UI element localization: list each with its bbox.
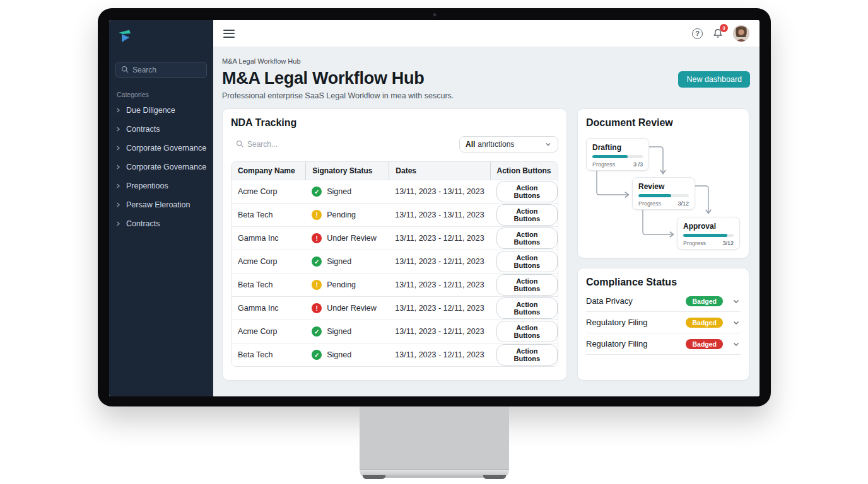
page: Categories Due Diligence Contracts Corpo… (0, 0, 868, 484)
status-badge: Badged (686, 296, 723, 306)
dates-cell: 13/11, 2023 - 12/11, 2023 (389, 343, 490, 366)
monitor-stand (360, 406, 509, 469)
sidebar-item-label: Due Diligence (126, 106, 175, 115)
status-label: Signed (327, 327, 351, 336)
sidebar: Categories Due Diligence Contracts Corpo… (109, 20, 213, 396)
monitor-stand-base (360, 469, 509, 478)
flow-node-review[interactable]: Review Progress3/12 (632, 177, 695, 210)
table-row: Acme Corp Signed 13/11, 2023 - 12/11, 20… (232, 250, 558, 273)
status-icon (312, 303, 322, 313)
notifications-button[interactable]: 3 (712, 28, 724, 39)
breadcrumb[interactable]: M&A Legal Workflow Hub (222, 57, 750, 65)
sidebar-item-persaw-eleroation[interactable]: Persaw Eleroation (109, 195, 213, 214)
compliance-label: Data Privacy (586, 296, 686, 306)
compliance-row-regulatory-filing-2[interactable]: Regulatory Filing Badged (586, 333, 741, 355)
sidebar-item-label: Corporate Governance (126, 163, 206, 171)
sidebar-item-due-diligence[interactable]: Due Diligence (109, 101, 213, 120)
sidebar-item-label: Persaw Eleroation (126, 200, 190, 209)
dates-cell: 13/11, 2023 - 12/11, 2023 (389, 250, 490, 273)
status-filter-select[interactable]: All anrltıctions (459, 136, 558, 153)
action-button[interactable]: Action Buttons (496, 204, 558, 226)
sidebar-item-corporate-governance[interactable]: Corporate Governance (109, 139, 213, 158)
page-title: M&A Legal Workflow Hub (222, 69, 424, 88)
action-button[interactable]: Action Buttons (496, 274, 558, 296)
chevron-right-icon (115, 164, 121, 170)
status-icon (312, 256, 322, 267)
categories-label: Categories (109, 84, 213, 101)
flow-node-label: Drafting (592, 143, 643, 152)
nda-search[interactable] (231, 136, 339, 153)
status-badge: Badged (686, 339, 723, 349)
table-row: Gamma Inc Under Review 13/11, 2023 - 12/… (232, 226, 558, 250)
chevron-right-icon (115, 202, 121, 208)
dates-cell: 13/11, 2023 - 13/11, 2023 (389, 203, 490, 226)
company-cell: Gamma Inc (232, 226, 305, 250)
sidebar-item-contracts[interactable]: Contracts (109, 120, 213, 139)
sidebar-item-contracts-2[interactable]: Contracts (109, 214, 213, 233)
company-cell: Acme Corp (232, 320, 305, 343)
search-icon (236, 139, 243, 150)
table-header-row: Company Name Signatory Status Dates Acti… (232, 162, 558, 180)
chevron-down-icon[interactable] (732, 297, 741, 306)
flow-node-drafting[interactable]: Drafting Progress3 /3 (586, 138, 649, 171)
sidebar-item-corporate-governance-2[interactable]: Corporate Governance (109, 158, 213, 176)
action-button[interactable]: Action Buttons (496, 228, 558, 249)
compliance-row-data-privacy[interactable]: Data Privacy Badged (586, 291, 741, 312)
sidebar-item-label: Prepentioos (126, 182, 168, 190)
monitor-bezel: Categories Due Diligence Contracts Corpo… (98, 8, 771, 406)
status-label: Pending (327, 210, 356, 219)
progress-label: Progress (683, 240, 706, 246)
help-icon[interactable]: ? (692, 28, 703, 39)
sidebar-search-input[interactable] (132, 66, 201, 74)
progress-bar (592, 155, 643, 158)
notification-count-badge: 3 (720, 24, 728, 32)
search-icon (121, 64, 129, 76)
status-label: Signed (327, 350, 351, 359)
company-cell: Acme Corp (232, 180, 305, 203)
progress-value: 3 /3 (633, 161, 643, 168)
compliance-status-card: Compliance Status Data Privacy Badged (577, 268, 749, 381)
progress-bar (683, 234, 734, 237)
sidebar-item-label: Contracts (126, 219, 160, 228)
status-icon (312, 326, 322, 337)
chevron-down-icon[interactable] (732, 340, 741, 349)
status-icon (312, 187, 322, 197)
nda-search-input[interactable] (247, 140, 334, 149)
compliance-title: Compliance Status (586, 277, 741, 288)
company-cell: Beta Tech (232, 343, 305, 366)
table-row: Beta Tech Signed 13/11, 2023 - 12/11, 20… (232, 343, 558, 366)
chevron-right-icon (115, 221, 121, 227)
sidebar-item-prepentioos[interactable]: Prepentioos (109, 176, 213, 195)
hamburger-menu-icon[interactable] (223, 30, 235, 38)
compliance-row-regulatory-filing[interactable]: Regulatory Filing Badged (586, 312, 741, 333)
status-icon (312, 210, 322, 220)
chevron-down-icon[interactable] (732, 318, 741, 327)
avatar[interactable] (733, 25, 749, 42)
action-button[interactable]: Action Buttons (496, 181, 558, 202)
sidebar-search[interactable] (115, 62, 207, 78)
topbar: ? 3 (213, 20, 760, 47)
flow-node-approval[interactable]: Approval Progress3/12 (677, 217, 740, 250)
compliance-label: Regulatory Filing (586, 339, 686, 349)
main-area: ? 3 (213, 20, 760, 396)
table-row: Beta Tech Pending 13/11, 2023 - 12/11, 2… (232, 273, 558, 296)
table-row: Acme Corp Signed 13/11, 2023 - 13/11, 20… (232, 180, 558, 203)
chevron-down-icon (544, 141, 552, 148)
company-cell: Acme Corp (232, 250, 305, 273)
app-logo (109, 20, 213, 53)
filter-value-bold: All (466, 140, 475, 149)
progress-label: Progress (592, 161, 615, 168)
dates-cell: 13/11, 2023 - 12/11, 2023 (389, 226, 490, 250)
action-button[interactable]: Action Buttons (496, 344, 558, 366)
action-button[interactable]: Action Buttons (496, 321, 558, 342)
sidebar-item-label: Contracts (126, 125, 160, 134)
status-label: Pending (327, 280, 356, 289)
dates-cell: 13/11, 2023 - 13/11, 2023 (389, 180, 490, 203)
action-button[interactable]: Action Buttons (496, 251, 558, 272)
new-dashboard-button[interactable]: New dashboard (678, 71, 750, 88)
status-badge: Badged (686, 318, 723, 328)
dates-cell: 13/11, 2023 - 12/11, 2023 (389, 320, 490, 343)
action-button[interactable]: Action Buttons (496, 297, 558, 319)
document-review-card: Document Review (577, 108, 749, 258)
company-cell: Beta Tech (232, 273, 305, 296)
